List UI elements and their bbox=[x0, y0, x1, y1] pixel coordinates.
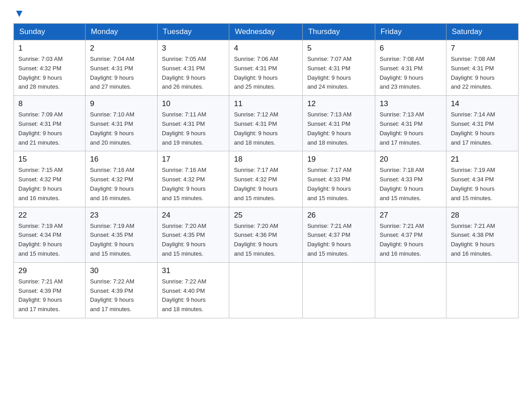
day-number: 12 bbox=[307, 99, 370, 108]
day-info: Sunrise: 7:08 AMSunset: 4:31 PMDaylight:… bbox=[451, 55, 514, 92]
week-row-3: 15Sunrise: 7:15 AMSunset: 4:32 PMDayligh… bbox=[14, 151, 519, 207]
calendar-cell: 21Sunrise: 7:19 AMSunset: 4:34 PMDayligh… bbox=[446, 151, 518, 207]
calendar-cell: 3Sunrise: 7:05 AMSunset: 4:31 PMDaylight… bbox=[157, 40, 229, 96]
calendar-cell: 8Sunrise: 7:09 AMSunset: 4:31 PMDaylight… bbox=[14, 96, 86, 151]
day-number: 21 bbox=[451, 155, 514, 164]
day-info: Sunrise: 7:09 AMSunset: 4:31 PMDaylight:… bbox=[18, 110, 81, 147]
day-info: Sunrise: 7:20 AMSunset: 4:36 PMDaylight:… bbox=[234, 222, 298, 259]
week-row-5: 29Sunrise: 7:21 AMSunset: 4:39 PMDayligh… bbox=[14, 262, 519, 318]
day-info: Sunrise: 7:14 AMSunset: 4:31 PMDaylight:… bbox=[451, 110, 514, 147]
calendar-cell: 19Sunrise: 7:17 AMSunset: 4:33 PMDayligh… bbox=[303, 151, 375, 207]
day-number: 31 bbox=[162, 266, 225, 275]
calendar-cell: 30Sunrise: 7:22 AMSunset: 4:39 PMDayligh… bbox=[86, 262, 157, 318]
day-info: Sunrise: 7:17 AMSunset: 4:33 PMDaylight:… bbox=[307, 166, 370, 203]
calendar-cell bbox=[375, 262, 446, 318]
day-number: 8 bbox=[18, 99, 81, 108]
day-info: Sunrise: 7:04 AMSunset: 4:31 PMDaylight:… bbox=[90, 55, 152, 92]
day-info: Sunrise: 7:21 AMSunset: 4:38 PMDaylight:… bbox=[451, 222, 514, 259]
day-info: Sunrise: 7:21 AMSunset: 4:39 PMDaylight:… bbox=[18, 277, 81, 314]
day-number: 22 bbox=[18, 211, 81, 220]
day-number: 10 bbox=[162, 99, 225, 108]
day-number: 9 bbox=[90, 99, 152, 108]
calendar-cell: 28Sunrise: 7:21 AMSunset: 4:38 PMDayligh… bbox=[446, 207, 518, 262]
day-info: Sunrise: 7:19 AMSunset: 4:35 PMDaylight:… bbox=[90, 222, 152, 259]
day-number: 2 bbox=[90, 44, 152, 53]
weekday-header-friday: Friday bbox=[375, 24, 446, 40]
calendar-cell: 5Sunrise: 7:07 AMSunset: 4:31 PMDaylight… bbox=[303, 40, 375, 96]
calendar-cell bbox=[229, 262, 303, 318]
day-number: 25 bbox=[234, 211, 298, 220]
day-info: Sunrise: 7:16 AMSunset: 4:32 PMDaylight:… bbox=[90, 166, 152, 203]
day-info: Sunrise: 7:13 AMSunset: 4:31 PMDaylight:… bbox=[307, 110, 370, 147]
calendar-cell: 24Sunrise: 7:20 AMSunset: 4:35 PMDayligh… bbox=[157, 207, 229, 262]
day-number: 16 bbox=[90, 155, 152, 164]
day-info: Sunrise: 7:21 AMSunset: 4:37 PMDaylight:… bbox=[307, 222, 370, 259]
calendar-cell: 9Sunrise: 7:10 AMSunset: 4:31 PMDaylight… bbox=[86, 96, 157, 151]
day-number: 4 bbox=[234, 44, 298, 53]
header bbox=[13, 9, 519, 19]
weekday-header-tuesday: Tuesday bbox=[157, 24, 229, 40]
calendar-cell: 17Sunrise: 7:16 AMSunset: 4:32 PMDayligh… bbox=[157, 151, 229, 207]
calendar-cell: 10Sunrise: 7:11 AMSunset: 4:31 PMDayligh… bbox=[157, 96, 229, 151]
logo-triangle-icon bbox=[14, 9, 24, 19]
day-info: Sunrise: 7:10 AMSunset: 4:31 PMDaylight:… bbox=[90, 110, 152, 147]
day-number: 18 bbox=[234, 155, 298, 164]
day-number: 1 bbox=[18, 44, 81, 53]
weekday-header-monday: Monday bbox=[86, 24, 157, 40]
day-info: Sunrise: 7:18 AMSunset: 4:33 PMDaylight:… bbox=[380, 166, 442, 203]
week-row-4: 22Sunrise: 7:19 AMSunset: 4:34 PMDayligh… bbox=[14, 207, 519, 262]
calendar-cell: 25Sunrise: 7:20 AMSunset: 4:36 PMDayligh… bbox=[229, 207, 303, 262]
day-info: Sunrise: 7:16 AMSunset: 4:32 PMDaylight:… bbox=[162, 166, 225, 203]
calendar-cell: 27Sunrise: 7:21 AMSunset: 4:37 PMDayligh… bbox=[375, 207, 446, 262]
day-info: Sunrise: 7:22 AMSunset: 4:40 PMDaylight:… bbox=[162, 277, 225, 314]
calendar-cell: 22Sunrise: 7:19 AMSunset: 4:34 PMDayligh… bbox=[14, 207, 86, 262]
calendar-cell bbox=[303, 262, 375, 318]
day-number: 24 bbox=[162, 211, 225, 220]
calendar-cell: 12Sunrise: 7:13 AMSunset: 4:31 PMDayligh… bbox=[303, 96, 375, 151]
day-number: 27 bbox=[380, 211, 442, 220]
calendar-cell: 18Sunrise: 7:17 AMSunset: 4:32 PMDayligh… bbox=[229, 151, 303, 207]
day-info: Sunrise: 7:08 AMSunset: 4:31 PMDaylight:… bbox=[380, 55, 442, 92]
day-number: 5 bbox=[307, 44, 370, 53]
weekday-header-sunday: Sunday bbox=[14, 24, 86, 40]
logo bbox=[13, 9, 24, 19]
week-row-1: 1Sunrise: 7:03 AMSunset: 4:32 PMDaylight… bbox=[14, 40, 519, 96]
day-info: Sunrise: 7:21 AMSunset: 4:37 PMDaylight:… bbox=[380, 222, 442, 259]
calendar-table: SundayMondayTuesdayWednesdayThursdayFrid… bbox=[13, 23, 519, 318]
day-number: 26 bbox=[307, 211, 370, 220]
day-number: 30 bbox=[90, 266, 152, 275]
calendar-cell: 11Sunrise: 7:12 AMSunset: 4:31 PMDayligh… bbox=[229, 96, 303, 151]
day-info: Sunrise: 7:19 AMSunset: 4:34 PMDaylight:… bbox=[451, 166, 514, 203]
calendar-cell: 1Sunrise: 7:03 AMSunset: 4:32 PMDaylight… bbox=[14, 40, 86, 96]
day-info: Sunrise: 7:05 AMSunset: 4:31 PMDaylight:… bbox=[162, 55, 225, 92]
day-number: 29 bbox=[18, 266, 81, 275]
calendar-cell: 20Sunrise: 7:18 AMSunset: 4:33 PMDayligh… bbox=[375, 151, 446, 207]
day-number: 19 bbox=[307, 155, 370, 164]
calendar-cell: 31Sunrise: 7:22 AMSunset: 4:40 PMDayligh… bbox=[157, 262, 229, 318]
day-number: 7 bbox=[451, 44, 514, 53]
calendar-cell: 6Sunrise: 7:08 AMSunset: 4:31 PMDaylight… bbox=[375, 40, 446, 96]
day-info: Sunrise: 7:12 AMSunset: 4:31 PMDaylight:… bbox=[234, 110, 298, 147]
day-number: 11 bbox=[234, 99, 298, 108]
calendar-cell: 23Sunrise: 7:19 AMSunset: 4:35 PMDayligh… bbox=[86, 207, 157, 262]
calendar-cell: 26Sunrise: 7:21 AMSunset: 4:37 PMDayligh… bbox=[303, 207, 375, 262]
weekday-header-thursday: Thursday bbox=[303, 24, 375, 40]
calendar-cell: 16Sunrise: 7:16 AMSunset: 4:32 PMDayligh… bbox=[86, 151, 157, 207]
day-info: Sunrise: 7:15 AMSunset: 4:32 PMDaylight:… bbox=[18, 166, 81, 203]
day-info: Sunrise: 7:17 AMSunset: 4:32 PMDaylight:… bbox=[234, 166, 298, 203]
calendar-cell: 14Sunrise: 7:14 AMSunset: 4:31 PMDayligh… bbox=[446, 96, 518, 151]
day-number: 14 bbox=[451, 99, 514, 108]
day-number: 20 bbox=[380, 155, 442, 164]
page: SundayMondayTuesdayWednesdayThursdayFrid… bbox=[0, 0, 532, 332]
day-info: Sunrise: 7:11 AMSunset: 4:31 PMDaylight:… bbox=[162, 110, 225, 147]
day-info: Sunrise: 7:07 AMSunset: 4:31 PMDaylight:… bbox=[307, 55, 370, 92]
day-info: Sunrise: 7:22 AMSunset: 4:39 PMDaylight:… bbox=[90, 277, 152, 314]
day-info: Sunrise: 7:20 AMSunset: 4:35 PMDaylight:… bbox=[162, 222, 225, 259]
day-number: 3 bbox=[162, 44, 225, 53]
day-info: Sunrise: 7:03 AMSunset: 4:32 PMDaylight:… bbox=[18, 55, 81, 92]
weekday-header-wednesday: Wednesday bbox=[229, 24, 303, 40]
day-number: 15 bbox=[18, 155, 81, 164]
day-number: 23 bbox=[90, 211, 152, 220]
calendar-cell: 4Sunrise: 7:06 AMSunset: 4:31 PMDaylight… bbox=[229, 40, 303, 96]
calendar-cell: 13Sunrise: 7:13 AMSunset: 4:31 PMDayligh… bbox=[375, 96, 446, 151]
